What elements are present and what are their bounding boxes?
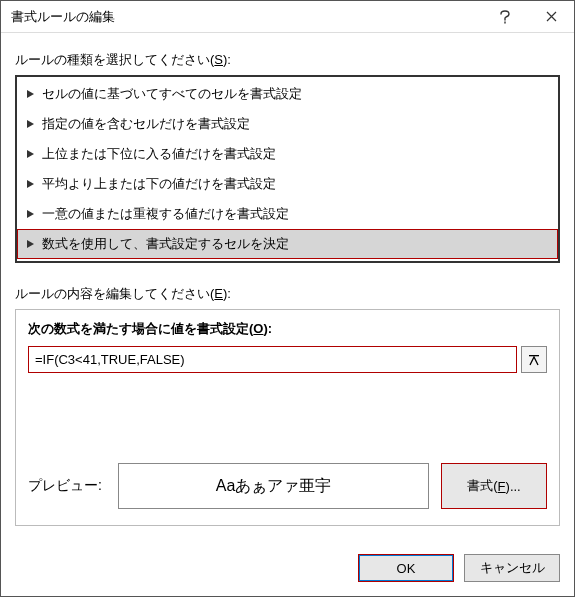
rule-type-item[interactable]: セルの値に基づいてすべてのセルを書式設定 [17,79,558,109]
help-icon [499,10,511,24]
preview-label: プレビュー: [28,463,106,509]
rule-edit-label: ルールの内容を編集してください(E): [15,285,560,303]
formula-row [28,346,547,373]
format-button[interactable]: 書式(F)... [441,463,547,509]
rule-type-item-label: 一意の値または重複する値だけを書式設定 [42,205,289,223]
preview-row: プレビュー: Aaあぁアァ亜宇 書式(F)... [28,463,547,509]
arrow-right-icon [27,150,34,158]
preview-sample: Aaあぁアァ亜宇 [118,463,429,509]
rule-edit-panel: 次の数式を満たす場合に値を書式設定(O): プレビュー: Aaあぁアァ亜宇 書式… [15,309,560,526]
close-icon [546,11,557,22]
range-selector-button[interactable] [521,346,547,373]
arrow-right-icon [27,210,34,218]
rule-type-item-label: セルの値に基づいてすべてのセルを書式設定 [42,85,302,103]
arrow-right-icon [27,180,34,188]
rule-type-item-label: 指定の値を含むセルだけを書式設定 [42,115,250,133]
titlebar: 書式ルールの編集 [1,1,574,33]
content-area: ルールの種類を選択してください(S): セルの値に基づいてすべてのセルを書式設定… [1,33,574,540]
formula-input[interactable] [28,346,517,373]
rule-type-item[interactable]: 指定の値を含むセルだけを書式設定 [17,109,558,139]
rule-type-label: ルールの種類を選択してください(S): [15,51,560,69]
cancel-button[interactable]: キャンセル [464,554,560,582]
rule-type-item[interactable]: 上位または下位に入る値だけを書式設定 [17,139,558,169]
rule-type-item[interactable]: 平均より上または下の値だけを書式設定 [17,169,558,199]
rule-type-item-label: 数式を使用して、書式設定するセルを決定 [42,235,289,253]
dialog-footer: OK キャンセル [1,540,574,596]
rule-type-item-label: 平均より上または下の値だけを書式設定 [42,175,276,193]
rule-type-item[interactable]: 数式を使用して、書式設定するセルを決定 [17,229,558,259]
close-button[interactable] [528,1,574,33]
rule-type-list[interactable]: セルの値に基づいてすべてのセルを書式設定指定の値を含むセルだけを書式設定上位また… [15,75,560,263]
svg-rect-0 [529,355,539,356]
window-title: 書式ルールの編集 [11,8,482,26]
rule-type-item-label: 上位または下位に入る値だけを書式設定 [42,145,276,163]
help-button[interactable] [482,1,528,33]
collapse-dialog-icon [528,354,540,366]
arrow-right-icon [27,120,34,128]
arrow-right-icon [27,90,34,98]
arrow-right-icon [27,240,34,248]
ok-button[interactable]: OK [358,554,454,582]
rule-type-item[interactable]: 一意の値または重複する値だけを書式設定 [17,199,558,229]
formula-header: 次の数式を満たす場合に値を書式設定(O): [28,320,547,338]
